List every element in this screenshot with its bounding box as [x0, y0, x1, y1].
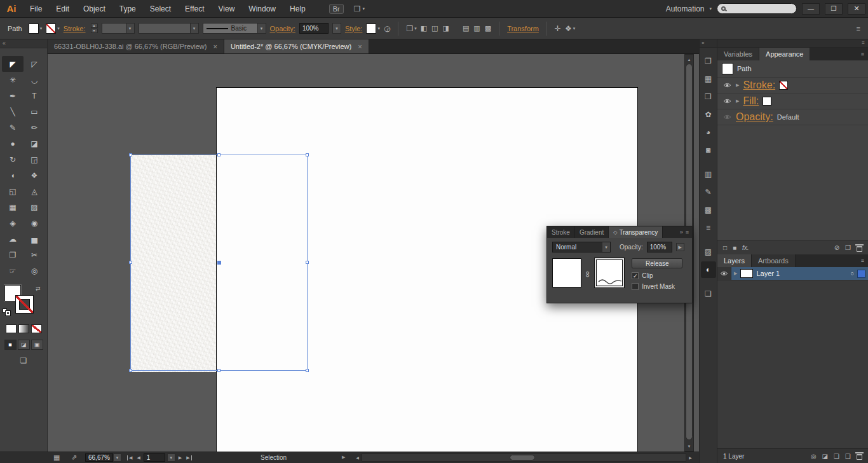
opacity-field[interactable]: 100% [299, 23, 329, 34]
tab-transparency[interactable]: ◇ Transparency [609, 226, 663, 238]
tab-close-icon[interactable]: × [213, 43, 217, 50]
visibility-eye-icon[interactable] [722, 99, 732, 104]
type-tool[interactable]: T [24, 88, 45, 104]
selection-handle[interactable] [129, 369, 132, 372]
arrange-documents-button[interactable]: ❒ ▾ [354, 4, 365, 13]
align-horizontal-right-icon[interactable]: ◨ [443, 24, 449, 32]
brushes-panel-icon[interactable]: ✎ [701, 184, 716, 200]
visibility-eye-icon[interactable] [722, 83, 732, 88]
status-expand-icon[interactable]: ▶ [342, 455, 345, 460]
canvas[interactable]: Stroke Gradient ◇ Transparency » ≡ Norma… [48, 54, 699, 452]
zoom-dropdown-arrow[interactable]: ▾ [113, 453, 121, 462]
scroll-up-icon[interactable]: ▲ [685, 55, 693, 64]
zoom-tool[interactable]: ◎ [24, 263, 45, 279]
shape-builder-tool[interactable]: ◱ [2, 183, 24, 199]
stroke-style-dropdown[interactable]: Basic ▾ [203, 23, 266, 34]
rotate-tool[interactable]: ↻ [2, 151, 24, 167]
swatches-panel-icon[interactable]: ▩ [701, 202, 716, 218]
next-artboard-button[interactable]: ▶ [177, 455, 183, 460]
expander-icon[interactable]: ▶ [736, 99, 739, 104]
link-icon[interactable]: ∞ [583, 271, 593, 277]
stepper-up-icon[interactable]: ▲ [91, 24, 98, 28]
horizontal-scroll-track[interactable] [362, 453, 686, 462]
stroke-attribute-link[interactable]: Stroke: [743, 79, 775, 91]
paintbrush-tool[interactable]: ✎ [2, 120, 24, 135]
tab-layers[interactable]: Layers [717, 254, 752, 267]
minimize-button[interactable]: — [802, 3, 820, 15]
menu-view[interactable]: View [212, 4, 242, 13]
panel-menu-icon[interactable]: ≡ [686, 226, 692, 238]
color-panel-icon[interactable]: ✿ [701, 106, 716, 123]
pathfinder-panel-icon[interactable]: ◙ [701, 142, 716, 158]
opacity-field[interactable]: 100% [647, 242, 672, 252]
zoom-level-dropdown[interactable]: 66,67% ▾ [85, 453, 121, 462]
selection-handle[interactable] [306, 153, 309, 156]
layer-expander-icon[interactable]: ▶ [734, 271, 737, 276]
artboards-panel-icon[interactable]: ❏ [701, 286, 716, 302]
collapse-panel-icon[interactable]: » [677, 226, 686, 238]
layers-menu-icon[interactable]: ≡ [861, 254, 868, 267]
document-tab-1[interactable]: 66331-OBLH0J-338.ai @ 66,67% (RGB/Previe… [48, 39, 224, 53]
gradient-panel-icon[interactable]: ▨ [701, 244, 716, 260]
color-button[interactable] [6, 324, 17, 333]
transparency-panel-icon[interactable]: ◐ [701, 261, 716, 278]
previous-artboard-button[interactable]: ◀ [135, 455, 141, 460]
opacity-attribute-link[interactable]: Opacity: [736, 111, 773, 123]
appearance-menu-icon[interactable]: ≡ [861, 48, 868, 60]
draw-inside-button[interactable]: ▣ [31, 340, 43, 350]
menu-object[interactable]: Object [76, 4, 112, 13]
tab-variables[interactable]: Variables [717, 48, 759, 60]
artboard-dropdown-arrow[interactable]: ▾ [167, 453, 175, 462]
recolor-artwork-icon[interactable]: ◶ [384, 24, 390, 33]
distribute-vertical-top-icon[interactable]: ▤ [463, 24, 469, 32]
graphic-style-dropdown[interactable]: ▾ [366, 24, 380, 34]
layer-highlight[interactable]: ▶ Layer 1 ○ [731, 267, 868, 280]
menu-window[interactable]: Window [241, 4, 283, 13]
stroke-weight-dropdown[interactable]: ▾ [102, 23, 135, 34]
search-input[interactable] [728, 5, 789, 13]
collapse-tools-icon[interactable]: « [3, 40, 6, 46]
bridge-button[interactable]: Br [329, 4, 344, 14]
document-tab-2[interactable]: Untitled-2* @ 66,67% (CMYK/Preview) × [224, 39, 369, 53]
horizontal-scrollbar[interactable]: ◀ ▶ [353, 453, 695, 462]
lasso-tool[interactable]: ◡ [24, 72, 45, 88]
first-artboard-button[interactable]: ◀ [127, 455, 133, 460]
isolate-selection-dropdown[interactable]: ❖ ▾ [565, 24, 575, 33]
stroke-color-dropdown[interactable]: ▾ [46, 24, 60, 34]
make-clipping-mask-icon[interactable]: ◪ [822, 453, 828, 460]
delete-layer-icon[interactable] [857, 454, 862, 460]
tab-artboards[interactable]: Artboards [752, 254, 796, 267]
selection-handle[interactable] [129, 261, 132, 264]
horizontal-scroll-thumb[interactable] [510, 455, 535, 460]
selection-center-point[interactable] [217, 261, 221, 265]
layer-row[interactable]: ▶ Layer 1 ○ [717, 267, 868, 280]
new-layer-icon[interactable]: ❑ [845, 453, 851, 460]
clip-checkbox-row[interactable]: ✓ Clip [632, 272, 682, 279]
tab-close-icon[interactable]: × [358, 43, 362, 50]
align-panel-icon[interactable]: ▦ [701, 71, 716, 87]
column-graph-tool[interactable]: ▅ [24, 231, 45, 247]
align-horizontal-center-icon[interactable]: ◫ [431, 24, 438, 32]
menu-type[interactable]: Type [112, 4, 143, 13]
proof-setup-icon[interactable]: ▦ [53, 453, 60, 462]
gradient-tool[interactable]: ▨ [24, 199, 45, 215]
delete-item-icon[interactable] [857, 246, 862, 252]
scroll-down-icon[interactable]: ▼ [685, 442, 693, 450]
draw-behind-button[interactable]: ◪ [18, 340, 30, 350]
selection-handle[interactable] [306, 261, 309, 264]
selection-handle[interactable] [217, 369, 220, 372]
zoom-value[interactable]: 66,67% [85, 453, 113, 462]
collapse-dock-icon[interactable]: « [702, 40, 704, 46]
menu-help[interactable]: Help [283, 4, 313, 13]
tab-appearance[interactable]: Appearance [759, 48, 810, 60]
invert-mask-checkbox-row[interactable]: Invert Mask [632, 283, 682, 290]
stepper-down-icon[interactable]: ▼ [91, 29, 98, 33]
pen-tool[interactable]: ✒ [2, 88, 24, 104]
layer-visibility-cell[interactable] [717, 267, 731, 280]
expander-icon[interactable]: ▶ [736, 83, 739, 88]
line-segment-tool[interactable]: ╲ [2, 104, 24, 120]
restore-button[interactable]: ❐ [825, 3, 843, 15]
selection-handle[interactable] [217, 153, 220, 156]
distribute-vertical-center-icon[interactable]: ▥ [473, 24, 480, 32]
mesh-tool[interactable]: ▦ [2, 199, 24, 215]
